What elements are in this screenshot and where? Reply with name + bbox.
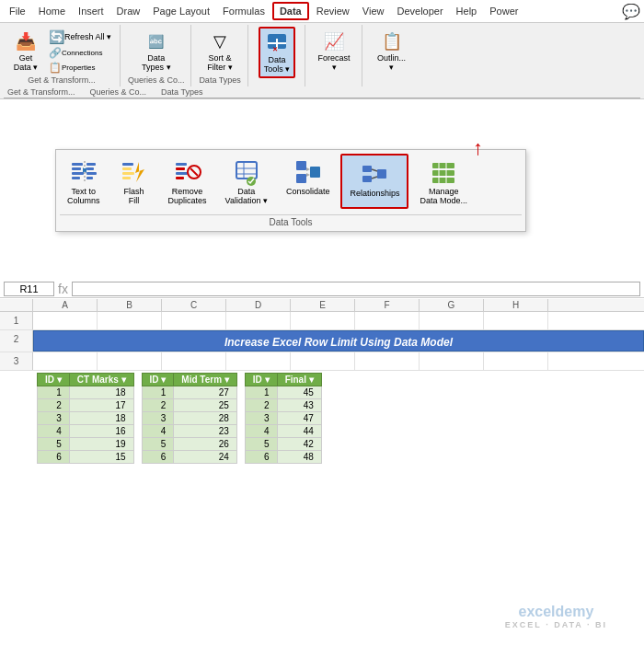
t1r3c2[interactable]: 18 xyxy=(69,412,133,425)
svg-rect-31 xyxy=(296,161,306,170)
menu-help[interactable]: Help xyxy=(451,4,483,18)
t1r4c2[interactable]: 16 xyxy=(69,425,133,438)
svg-rect-41 xyxy=(432,163,454,168)
t2r6c2[interactable]: 24 xyxy=(174,451,236,464)
table-row: 127 xyxy=(142,386,236,399)
t2r2c1[interactable]: 2 xyxy=(142,399,174,412)
flash-fill-button[interactable]: FlashFill xyxy=(111,154,157,209)
t3r6c2[interactable]: 48 xyxy=(277,451,321,464)
t2r4c2[interactable]: 23 xyxy=(174,425,236,438)
cell-b1[interactable] xyxy=(98,312,162,329)
t1r5c2[interactable]: 19 xyxy=(69,438,133,451)
menu-data[interactable]: Data xyxy=(272,2,309,20)
cell-e1[interactable] xyxy=(291,312,355,329)
t3r5c2[interactable]: 42 xyxy=(277,438,321,451)
t2r4c1[interactable]: 4 xyxy=(142,425,174,438)
data-validation-icon xyxy=(232,157,261,187)
t3r3c1[interactable]: 3 xyxy=(245,412,277,425)
cell-h1[interactable] xyxy=(484,312,548,329)
cell-e3[interactable] xyxy=(291,352,355,370)
text-to-columns-button[interactable]: Text toColumns xyxy=(60,154,108,209)
menu-page[interactable]: Page Layout xyxy=(147,4,215,18)
menu-insert[interactable]: Insert xyxy=(73,4,109,18)
t1r2c1[interactable]: 2 xyxy=(38,399,70,412)
t3r1c1[interactable]: 1 xyxy=(245,386,277,399)
forecast-button[interactable]: 📈 Forecast▾ xyxy=(315,27,354,75)
cell-c1[interactable] xyxy=(162,312,226,329)
cell-g3[interactable] xyxy=(420,352,484,370)
cell-d3[interactable] xyxy=(226,352,291,370)
sort-filter-button[interactable]: ▽ Sort &Filter ▾ xyxy=(203,27,236,75)
menu-power[interactable]: Power xyxy=(484,4,523,18)
t3r4c2[interactable]: 44 xyxy=(277,425,321,438)
t1r4c1[interactable]: 4 xyxy=(38,425,70,438)
t1r6c1[interactable]: 6 xyxy=(38,451,70,464)
t3r6c1[interactable]: 6 xyxy=(245,451,277,464)
cell-f3[interactable] xyxy=(355,352,420,370)
t2r1c1[interactable]: 1 xyxy=(142,386,174,399)
menu-home[interactable]: Home xyxy=(33,4,71,18)
formula-input[interactable] xyxy=(72,282,640,296)
t2r3c2[interactable]: 28 xyxy=(174,412,236,425)
t3r5c1[interactable]: 5 xyxy=(245,438,277,451)
data-types-section[interactable]: Data Types xyxy=(161,87,202,97)
svg-marker-35 xyxy=(306,173,310,177)
title-cell[interactable]: Increase Excel Row Limit Using Data Mode… xyxy=(33,330,644,352)
watermark: exceldemy EXCEL · DATA · BI xyxy=(505,604,607,629)
svg-rect-18 xyxy=(122,177,131,179)
menu-file[interactable]: File xyxy=(4,4,31,18)
menu-review[interactable]: Review xyxy=(311,4,355,18)
svg-rect-36 xyxy=(362,166,372,172)
menu-developer[interactable]: Developer xyxy=(391,4,448,18)
data-validation-button[interactable]: DataValidation ▾ xyxy=(218,154,275,209)
menu-formulas[interactable]: Formulas xyxy=(217,4,270,18)
get-data-button[interactable]: 📥 GetData ▾ xyxy=(9,27,42,75)
properties-button[interactable]: 📋 Properties xyxy=(46,61,114,75)
manage-data-model-button[interactable]: ManageData Mode... xyxy=(412,154,475,209)
t1r3c1[interactable]: 3 xyxy=(38,412,70,425)
chat-icon[interactable]: 💬 xyxy=(622,3,640,20)
outline-button[interactable]: 📋 Outlin...▾ xyxy=(374,27,409,75)
menu-draw[interactable]: Draw xyxy=(111,4,146,18)
name-box[interactable] xyxy=(4,282,54,296)
cell-a3[interactable] xyxy=(33,352,98,370)
t3r1c2[interactable]: 45 xyxy=(277,386,321,399)
cell-f1[interactable] xyxy=(355,312,420,329)
data-tools-group: ✕ DataTools ▾ xyxy=(250,25,305,86)
t2r1c2[interactable]: 27 xyxy=(174,386,236,399)
cell-c3[interactable] xyxy=(162,352,226,370)
col-h-header: H xyxy=(484,299,548,311)
t3r2c1[interactable]: 2 xyxy=(245,399,277,412)
t3r3c2[interactable]: 47 xyxy=(277,412,321,425)
t3r2c2[interactable]: 43 xyxy=(277,399,321,412)
t1r1c2[interactable]: 18 xyxy=(69,386,133,399)
t2r2c2[interactable]: 25 xyxy=(174,399,236,412)
cell-g1[interactable] xyxy=(420,312,484,329)
t1r6c2[interactable]: 15 xyxy=(69,451,133,464)
table-final: ID ▾ Final ▾ 145 243 347 444 542 648 xyxy=(245,373,322,464)
refresh-all-button[interactable]: 🔄 Refresh All ▾ xyxy=(46,29,114,45)
t2r5c1[interactable]: 5 xyxy=(142,438,174,451)
remove-duplicates-button[interactable]: RemoveDuplicates xyxy=(161,154,214,209)
t3r4c1[interactable]: 4 xyxy=(245,425,277,438)
t1r5c1[interactable]: 5 xyxy=(38,438,70,451)
consolidate-button[interactable]: Consolidate xyxy=(279,154,338,209)
t1r1c1[interactable]: 1 xyxy=(38,386,70,399)
col-e-header: E xyxy=(291,299,355,311)
t2r3c1[interactable]: 3 xyxy=(142,412,174,425)
get-transform-section[interactable]: Get & Transform... xyxy=(7,87,75,97)
cell-h3[interactable] xyxy=(484,352,548,370)
connections-button[interactable]: 🔗 Connections xyxy=(46,46,114,60)
cell-d1[interactable] xyxy=(226,312,291,329)
relationships-button[interactable]: Relationships xyxy=(340,154,408,209)
cell-b3[interactable] xyxy=(98,352,162,370)
queries-section[interactable]: Queries & Co... xyxy=(90,87,147,97)
get-transform-label: Get & Transform... xyxy=(28,75,96,86)
data-tools-button[interactable]: ✕ DataTools ▾ xyxy=(259,27,296,78)
menu-view[interactable]: View xyxy=(357,4,390,18)
t2r5c2[interactable]: 26 xyxy=(174,438,236,451)
cell-a1[interactable] xyxy=(33,312,98,329)
data-types-button[interactable]: 🔤 DataTypes ▾ xyxy=(138,27,175,75)
t2r6c1[interactable]: 6 xyxy=(142,451,174,464)
t1r2c2[interactable]: 17 xyxy=(69,399,133,412)
